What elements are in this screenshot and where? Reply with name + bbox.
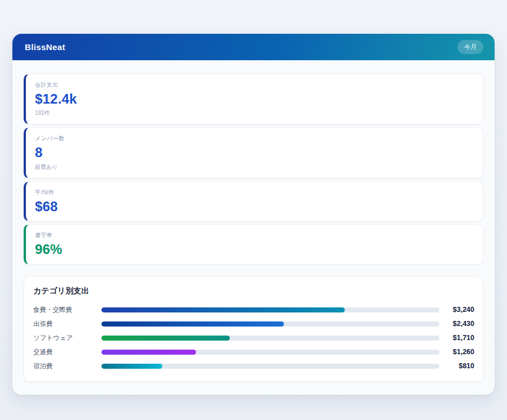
stats-column: 合計支出 $12.4k 182件 メンバー数 8 経費あり 平均/件 $68 遵…: [24, 74, 483, 265]
category-label: 出張費: [33, 320, 101, 328]
category-label: 食費・交際費: [33, 306, 101, 314]
category-label: 交通費: [33, 348, 101, 356]
category-value: $810: [439, 362, 474, 370]
stat-card-average-per-item: 平均/件 $68: [24, 181, 483, 221]
stat-label: 遵守率: [35, 231, 473, 239]
app-header: BlissNeat 今月: [12, 34, 495, 60]
category-row-transportation: 交通費 $1,260: [33, 345, 474, 359]
bar-fill: [101, 307, 345, 312]
stat-sublabel: 182件: [35, 109, 473, 117]
bar-track: [101, 364, 439, 369]
category-row-business-travel: 出張費 $2,430: [33, 317, 474, 331]
category-row-food-entertainment: 食費・交際費 $3,240: [33, 303, 474, 317]
category-value: $1,710: [439, 334, 474, 342]
app-title: BlissNeat: [25, 42, 65, 52]
stat-card-member-count: メンバー数 8 経費あり: [24, 127, 483, 178]
category-value: $1,260: [439, 348, 474, 356]
stat-value: $12.4k: [35, 92, 473, 106]
bar-track: [101, 336, 439, 341]
stat-label: 合計支出: [35, 81, 473, 89]
category-row-software: ソフトウェア $1,710: [33, 331, 474, 345]
stat-value: $68: [35, 199, 473, 214]
category-label: 宿泊費: [33, 362, 101, 370]
period-badge[interactable]: 今月: [457, 40, 483, 54]
bar-track: [101, 307, 439, 312]
bar-track: [101, 350, 439, 355]
bar-fill: [101, 350, 196, 355]
stat-card-compliance-rate: 遵守率 96%: [24, 224, 483, 264]
bar-fill: [101, 364, 162, 369]
category-label: ソフトウェア: [33, 334, 101, 342]
stat-value: 96%: [35, 242, 473, 257]
app-body: 合計支出 $12.4k 182件 メンバー数 8 経費あり 平均/件 $68 遵…: [12, 60, 495, 395]
dashboard-card: BlissNeat 今月 合計支出 $12.4k 182件 メンバー数 8 経費…: [12, 34, 495, 395]
category-value: $3,240: [439, 306, 474, 314]
category-spend-panel: カテゴリ別支出 食費・交際費 $3,240 出張費 $2,430 ソフトウェア …: [24, 276, 483, 382]
category-panel-title: カテゴリ別支出: [33, 286, 474, 296]
bar-fill: [101, 336, 230, 341]
category-row-lodging: 宿泊費 $810: [33, 359, 474, 373]
stat-sublabel: 経費あり: [35, 163, 473, 171]
bar-fill: [101, 321, 284, 327]
stat-card-total-spend: 合計支出 $12.4k 182件: [24, 74, 483, 124]
stat-label: メンバー数: [35, 135, 473, 142]
stat-label: 平均/件: [35, 189, 473, 196]
stat-value: 8: [35, 145, 473, 160]
category-value: $2,430: [439, 320, 474, 328]
bar-track: [101, 321, 439, 327]
